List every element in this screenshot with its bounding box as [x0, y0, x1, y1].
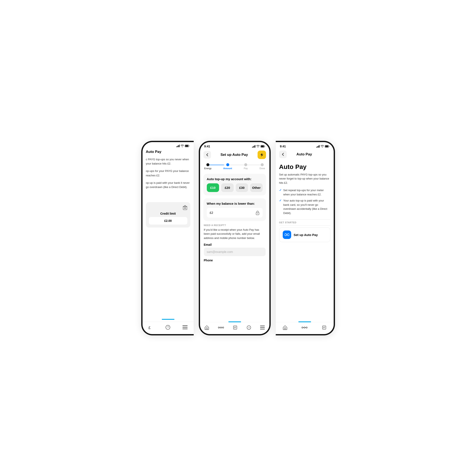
payg-text-3: op-up is paid with your bank ll never go… — [146, 181, 190, 190]
lock-icon — [255, 210, 260, 215]
trash-icon-wrap — [149, 205, 187, 210]
amount-30[interactable]: £30 — [236, 183, 248, 192]
activity-icon-center — [218, 326, 224, 329]
progress-steps: Energy Amount Pay Done — [200, 161, 269, 171]
bottom-indicator-right — [298, 322, 311, 322]
svg-text:?: ? — [248, 326, 250, 329]
wifi-icon-right — [321, 145, 324, 148]
svg-point-28 — [222, 327, 224, 328]
svg-point-44 — [304, 327, 305, 328]
balance-card: When my balance is lower than: £2 — [204, 198, 266, 221]
center-content: Auto top-up my account with: £10 £20 £30… — [200, 171, 269, 322]
bottom-nav-left: £ ? — [142, 322, 194, 334]
menu-icon-center — [260, 326, 265, 329]
phone-right: 9:41 — [276, 141, 335, 335]
svg-rect-23 — [261, 146, 264, 147]
svg-point-27 — [220, 327, 221, 328]
step-done: Done — [259, 163, 265, 170]
amount-10[interactable]: £10 — [207, 183, 219, 192]
home-icon-center — [204, 325, 209, 330]
step-label-pay: Pay — [244, 167, 248, 170]
svg-rect-20 — [254, 146, 255, 148]
nav-meter-center[interactable] — [230, 324, 240, 331]
email-input[interactable]: sam@example.com — [204, 248, 266, 256]
phone-label: Phone — [204, 259, 266, 262]
bottom-indicator-left — [162, 319, 174, 320]
svg-point-26 — [218, 327, 220, 328]
check-text-1: Set repeat top-ups for your meter when y… — [283, 188, 330, 196]
nav-home-center[interactable] — [202, 324, 212, 331]
meter-icon-center — [233, 325, 238, 330]
auto-pay-desc: Set up automatic PAYG top-ups so you nev… — [279, 172, 330, 185]
svg-rect-19 — [253, 146, 254, 148]
setup-btn-text: Set up Auto Pay — [294, 233, 318, 237]
step-label-amount: Amount — [223, 167, 232, 170]
amount-other[interactable]: Other — [250, 183, 263, 192]
status-icons-right — [316, 145, 329, 148]
svg-rect-1 — [177, 146, 178, 147]
left-page-title: Auto Pay — [146, 150, 162, 154]
step-dot-done — [261, 163, 264, 166]
svg-rect-7 — [184, 205, 186, 206]
nav-activity-center[interactable] — [216, 325, 226, 330]
nav-bar-center: Set up Auto Pay — [200, 149, 269, 161]
signal-icon — [176, 145, 180, 147]
action-button-center[interactable] — [257, 151, 266, 159]
nav-menu-center[interactable] — [257, 325, 267, 330]
svg-rect-39 — [318, 146, 319, 148]
svg-rect-16 — [183, 327, 187, 327]
nav-activity-right[interactable] — [299, 325, 310, 330]
svg-rect-48 — [323, 326, 326, 329]
status-icons-center — [252, 145, 265, 148]
svg-rect-3 — [179, 145, 180, 147]
svg-rect-21 — [255, 145, 255, 148]
svg-rect-2 — [178, 145, 179, 147]
phone-center: 9:41 — [199, 141, 271, 335]
check-text-2: Your auto top-up is paid with your bank … — [283, 199, 330, 215]
trash-icon[interactable] — [183, 205, 187, 210]
wifi-icon — [181, 145, 184, 147]
svg-text:?: ? — [167, 326, 169, 329]
nav-help-center[interactable]: ? — [244, 324, 254, 331]
back-button-center[interactable] — [204, 151, 211, 159]
meter-icon-right — [322, 325, 326, 330]
nav-home-right[interactable] — [280, 324, 290, 331]
svg-rect-9 — [184, 207, 185, 209]
status-time-center: 9:41 — [204, 145, 210, 148]
step-amount: Amount — [223, 163, 232, 170]
setup-auto-pay-button[interactable]: Set up Auto Pay — [279, 227, 330, 242]
battery-icon-center — [260, 145, 265, 148]
svg-rect-38 — [317, 146, 318, 148]
nav-item-menu-left[interactable] — [180, 324, 190, 330]
amount-20[interactable]: £20 — [221, 183, 234, 192]
svg-rect-11 — [186, 207, 186, 209]
svg-rect-18 — [252, 147, 253, 148]
progress-line — [208, 165, 261, 165]
credit-card: Credit limit £2.00 — [146, 202, 190, 228]
check-item-1: ✓ Set repeat top-ups for your meter when… — [279, 188, 330, 196]
svg-rect-35 — [260, 327, 265, 328]
svg-rect-37 — [316, 147, 317, 148]
receipt-section: NEED A RECEIPT? If you'd like a receipt … — [204, 224, 266, 263]
back-button-right[interactable] — [279, 151, 287, 158]
nav-item-money-left[interactable]: £ — [146, 324, 156, 331]
svg-rect-36 — [260, 329, 265, 329]
help-icon-left: ? — [165, 325, 170, 330]
back-arrow-right — [282, 153, 284, 156]
check-item-2: ✓ Your auto top-up is paid with your ban… — [279, 199, 330, 215]
amount-options: £10 £20 £30 Other — [207, 183, 263, 192]
receipt-label: NEED A RECEIPT? — [204, 224, 266, 226]
nav-title-right: Auto Pay — [296, 152, 312, 156]
step-label-done: Done — [259, 167, 265, 170]
nav-item-help-left[interactable]: ? — [163, 324, 173, 331]
nav-meter-right[interactable] — [319, 324, 329, 331]
setup-btn-icon — [283, 231, 291, 239]
get-started-label: GET STARTED — [279, 221, 330, 224]
check-icon-2: ✓ — [279, 199, 282, 202]
step-dot-energy — [206, 163, 209, 166]
left-content: c PAYG top-ups so you never when your ba… — [142, 154, 194, 322]
bottom-nav-center: ? — [200, 322, 269, 334]
bottom-nav-right — [276, 322, 334, 334]
divider-2 — [279, 225, 330, 226]
status-time-right: 9:41 — [280, 145, 286, 148]
